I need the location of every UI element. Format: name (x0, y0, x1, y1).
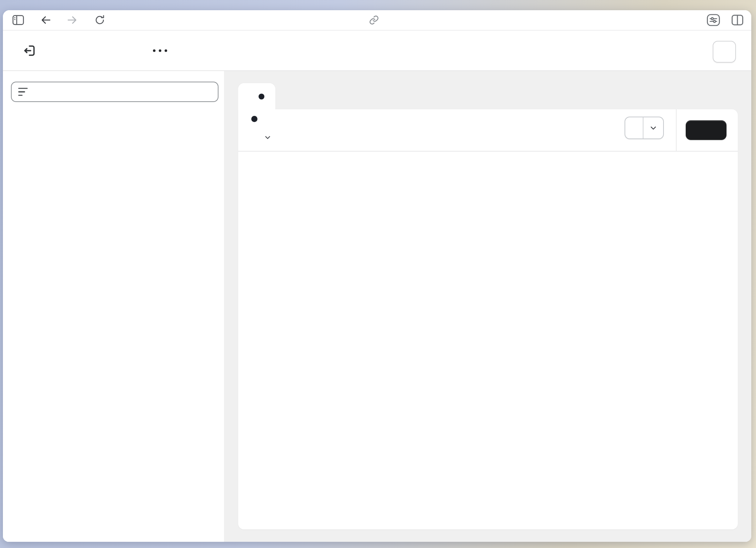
format-liquid-button[interactable] (625, 117, 664, 139)
toolbar-divider (676, 109, 677, 151)
sidebar-toggle-icon[interactable] (10, 12, 26, 28)
content-area (3, 71, 751, 542)
desktop (0, 0, 756, 548)
app-header (3, 31, 751, 71)
save-button[interactable] (686, 120, 727, 140)
exit-editor-icon[interactable] (20, 42, 38, 59)
more-actions-icon[interactable] (149, 46, 171, 55)
format-liquid-label (625, 117, 643, 138)
filter-icon (18, 88, 28, 96)
editor-main (224, 71, 751, 542)
version-select[interactable] (259, 133, 272, 141)
format-options-chevron-icon[interactable] (643, 117, 663, 138)
editor-panel (238, 109, 738, 529)
file-search-input[interactable] (11, 82, 218, 102)
forward-icon[interactable] (64, 12, 80, 28)
editor-toolbar (238, 109, 738, 152)
preview-store-button[interactable] (713, 41, 736, 63)
recent-changes (251, 116, 263, 122)
split-view-icon[interactable] (729, 12, 745, 28)
file-sidebar (3, 71, 224, 542)
browser-toolbar (3, 10, 751, 31)
link-icon (369, 15, 379, 25)
url-bar[interactable] (369, 15, 386, 25)
tab-theme-liquid[interactable] (238, 83, 275, 110)
unsaved-dot (259, 94, 264, 99)
chevron-down-icon (264, 133, 272, 141)
reload-icon[interactable] (92, 12, 108, 28)
browser-window (3, 10, 751, 542)
back-icon[interactable] (38, 12, 54, 28)
page-settings-icon[interactable] (705, 12, 721, 28)
code-editor[interactable] (238, 152, 738, 529)
changes-dot (251, 116, 257, 122)
